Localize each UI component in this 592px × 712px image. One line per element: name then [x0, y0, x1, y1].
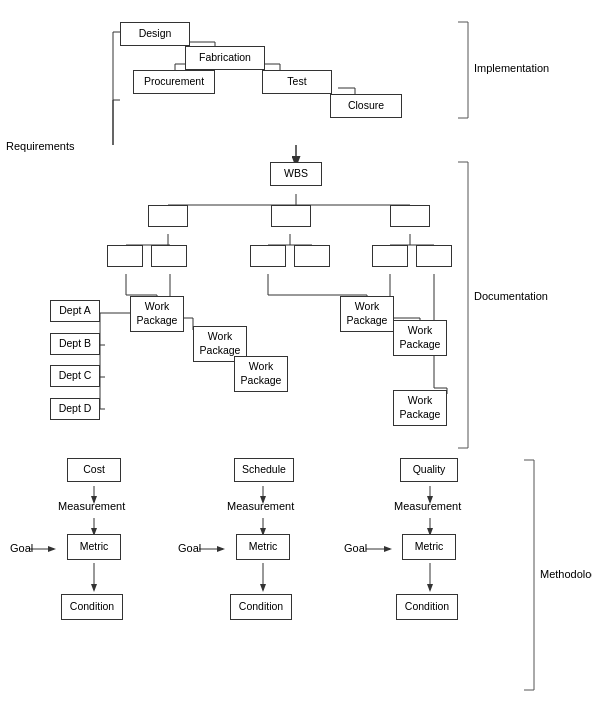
cost-measurement-label: Measurement [58, 500, 125, 512]
wp-4: Work Package [340, 296, 394, 332]
wp-1-label: Work Package [137, 300, 178, 327]
wp-2-label: Work Package [200, 330, 241, 357]
wp-3-label: Work Package [241, 360, 282, 387]
wbs-label: WBS [284, 167, 308, 181]
cost-condition-box: Condition [61, 594, 123, 620]
cost-metric-box: Metric [67, 534, 121, 560]
schedule-metric-box: Metric [236, 534, 290, 560]
wp-5: Work Package [393, 320, 447, 356]
schedule-condition-label: Condition [239, 600, 283, 614]
test-label: Test [287, 75, 306, 89]
methodologies-label: Methodologies [540, 568, 592, 580]
schedule-label: Schedule [242, 463, 286, 477]
quality-condition-label: Condition [405, 600, 449, 614]
design-box: Design [120, 22, 190, 46]
dept-c: Dept C [50, 365, 100, 387]
cost-goal-label: Goal [10, 542, 33, 554]
quality-metric-box: Metric [402, 534, 456, 560]
l2-3 [250, 245, 286, 267]
wp-6: Work Package [393, 390, 447, 426]
schedule-goal-label: Goal [178, 542, 201, 554]
dept-d: Dept D [50, 398, 100, 420]
l2-5 [372, 245, 408, 267]
wp-3: Work Package [234, 356, 288, 392]
wp-1: Work Package [130, 296, 184, 332]
dept-c-label: Dept C [59, 369, 92, 383]
quality-condition-box: Condition [396, 594, 458, 620]
l2-1 [107, 245, 143, 267]
closure-box: Closure [330, 94, 402, 118]
l1-right [390, 205, 430, 227]
closure-label: Closure [348, 99, 384, 113]
dept-b-label: Dept B [59, 337, 91, 351]
quality-box: Quality [400, 458, 458, 482]
page: Design Fabrication Procurement Test Clos… [0, 0, 592, 712]
l2-4 [294, 245, 330, 267]
requirements-label: Requirements [6, 140, 74, 152]
wbs-root: WBS [270, 162, 322, 186]
procurement-box: Procurement [133, 70, 215, 94]
schedule-box: Schedule [234, 458, 294, 482]
l1-left [148, 205, 188, 227]
design-label: Design [139, 27, 172, 41]
quality-measurement-label: Measurement [394, 500, 461, 512]
implementation-label: Implementation [474, 62, 549, 74]
quality-label: Quality [413, 463, 446, 477]
cost-box: Cost [67, 458, 121, 482]
wp-6-label: Work Package [400, 394, 441, 421]
quality-goal-label: Goal [344, 542, 367, 554]
schedule-measurement-label: Measurement [227, 500, 294, 512]
procurement-label: Procurement [144, 75, 204, 89]
cost-label: Cost [83, 463, 105, 477]
test-box: Test [262, 70, 332, 94]
schedule-condition-box: Condition [230, 594, 292, 620]
cost-metric-label: Metric [80, 540, 109, 554]
quality-metric-label: Metric [415, 540, 444, 554]
l2-2 [151, 245, 187, 267]
l1-mid [271, 205, 311, 227]
fabrication-label: Fabrication [199, 51, 251, 65]
fabrication-box: Fabrication [185, 46, 265, 70]
schedule-metric-label: Metric [249, 540, 278, 554]
wp-4-label: Work Package [347, 300, 388, 327]
cost-condition-label: Condition [70, 600, 114, 614]
dept-d-label: Dept D [59, 402, 92, 416]
dept-a-label: Dept A [59, 304, 91, 318]
l2-6 [416, 245, 452, 267]
documentation-label: Documentation [474, 290, 548, 302]
dept-b: Dept B [50, 333, 100, 355]
wp-5-label: Work Package [400, 324, 441, 351]
dept-a: Dept A [50, 300, 100, 322]
